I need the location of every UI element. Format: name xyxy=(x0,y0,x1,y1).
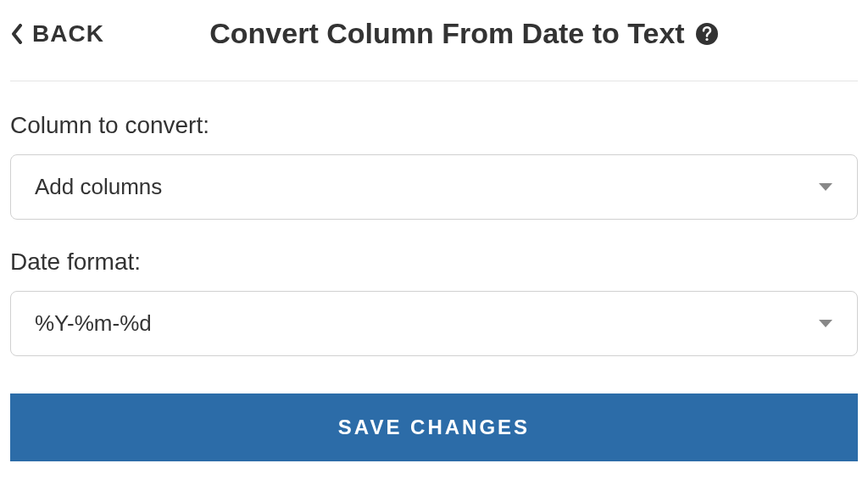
help-icon[interactable] xyxy=(695,22,719,46)
date-format-select[interactable]: %Y-%m-%d xyxy=(10,291,858,356)
caret-down-icon xyxy=(818,182,833,193)
caret-down-icon xyxy=(818,319,833,329)
column-label: Column to convert: xyxy=(10,112,858,139)
date-format-label: Date format: xyxy=(10,248,858,276)
date-format-field-group: Date format: %Y-%m-%d xyxy=(10,248,858,356)
svg-point-1 xyxy=(705,37,708,40)
column-select[interactable]: Add columns xyxy=(10,154,858,220)
page-title-wrap: Convert Column From Date to Text xyxy=(70,17,858,50)
column-field-group: Column to convert: Add columns xyxy=(10,112,858,220)
column-select-value: Add columns xyxy=(35,174,162,200)
save-changes-button[interactable]: SAVE CHANGES xyxy=(10,393,858,461)
chevron-left-icon xyxy=(10,24,24,44)
page-header: BACK Convert Column From Date to Text xyxy=(10,17,858,81)
date-format-select-value: %Y-%m-%d xyxy=(35,310,152,337)
page-title: Convert Column From Date to Text xyxy=(209,17,684,50)
